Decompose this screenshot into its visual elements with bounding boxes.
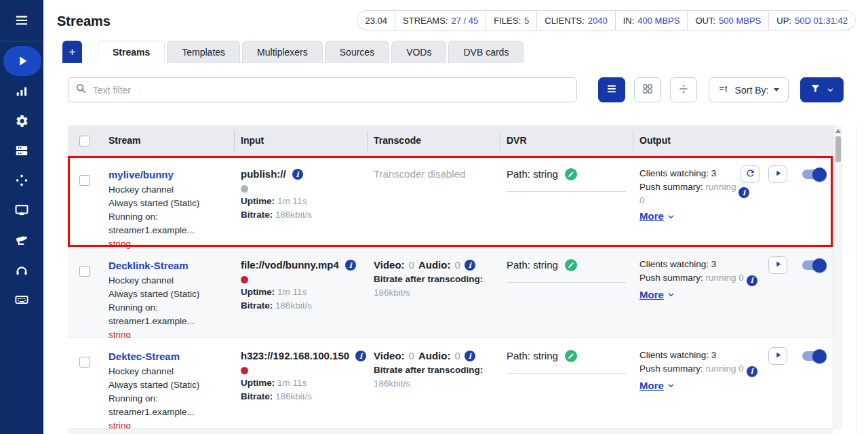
keyboard-icon [14, 292, 29, 307]
page-title: Streams [57, 14, 111, 29]
tab-dvb-cards[interactable]: DVB cards [448, 41, 524, 63]
tab-sources[interactable]: Sources [325, 41, 389, 63]
table-header: Stream Input Transcode DVR Output [68, 125, 833, 156]
more-link[interactable]: More [639, 209, 675, 224]
info-icon[interactable] [355, 351, 366, 361]
transcode-cell: Video:0Audio:0 Bitrate after transcoding… [367, 338, 500, 433]
uptime-label: Uptime: [241, 196, 275, 206]
grid-view-button[interactable] [634, 77, 661, 102]
search-input[interactable] [93, 85, 570, 96]
video-label: Video: [374, 349, 405, 363]
uptime-value: 1m 11s [277, 196, 307, 206]
sidebar-item-camera[interactable] [0, 225, 43, 255]
dvr-edit-icon[interactable] [565, 350, 577, 362]
sidebar-item-streams[interactable] [3, 46, 41, 76]
transcode-bitrate-label: Bitrate after transcoding: [374, 365, 483, 375]
video-value: 0 [409, 349, 414, 363]
info-icon[interactable] [747, 366, 757, 377]
more-link[interactable]: More [639, 378, 675, 393]
stream-row-mylive-bunny: mylive/bunny Hockey channel Always start… [68, 156, 833, 247]
bitrate-label: Bitrate: [241, 300, 273, 311]
headphones-icon [14, 262, 29, 277]
column-header-transcode: Transcode [367, 125, 500, 156]
stream-running-on: Running on: streamer1.example... [108, 210, 227, 237]
tabs-bar: + Streams Templates Multiplexers Sources… [43, 41, 868, 63]
select-all-checkbox[interactable] [79, 136, 90, 146]
transcode-cell: Transcoder disabled [367, 156, 500, 251]
sidebar-item-servers[interactable] [0, 136, 43, 165]
dvr-edit-icon[interactable] [565, 259, 577, 271]
dvr-edit-icon[interactable] [565, 168, 577, 180]
filter-button[interactable] [800, 77, 844, 102]
app-window: Streams 23.04 STREAMS:27 / 45 FILES:5 CL… [0, 0, 868, 434]
output-cell: Clients watching: 3 Push summary: runnin… [633, 247, 833, 342]
info-icon[interactable] [345, 260, 356, 271]
stat-uptime: UP:50D 01:31:42 [769, 16, 855, 26]
menu-icon[interactable] [0, 8, 43, 33]
tab-vods[interactable]: VODs [391, 41, 446, 63]
play-stream-button[interactable] [768, 165, 787, 183]
more-link[interactable]: More [639, 288, 675, 302]
list-view-button[interactable] [598, 77, 625, 102]
output-cell: Clients watching: 3 Push summary: runnin… [633, 338, 833, 433]
server-stats-bar: 23.04 STREAMS:27 / 45 FILES:5 CLIENTS:20… [357, 10, 856, 31]
stream-enabled-toggle[interactable] [802, 170, 825, 179]
info-icon[interactable] [292, 169, 303, 180]
stream-name-link[interactable]: Dektec-Stream [108, 349, 227, 365]
sidebar-item-screens[interactable] [0, 195, 43, 225]
push-summary-value: running [706, 182, 736, 192]
output-cell: Clients watching: 3 Push summary: runnin… [633, 156, 833, 251]
table-scrollbar[interactable] [833, 125, 842, 429]
row-checkbox[interactable] [79, 266, 90, 277]
tab-templates[interactable]: Templates [167, 41, 240, 63]
play-icon [774, 260, 783, 271]
table-body: mylive/bunny Hockey channel Always start… [68, 156, 833, 429]
stream-enabled-toggle[interactable] [802, 351, 825, 361]
push-summary-value: running 0 [706, 363, 744, 374]
sort-caret-icon [774, 88, 779, 92]
info-icon[interactable] [747, 275, 757, 286]
stream-enabled-toggle[interactable] [802, 260, 825, 270]
column-header-dvr: DVR [500, 125, 633, 156]
input-cell: file://vod/bunny.mp4 Uptime: 1m 11s Bitr… [234, 247, 367, 342]
collapse-rows-button[interactable] [670, 77, 697, 102]
sidebar-item-settings[interactable] [0, 106, 43, 136]
scroll-up-arrow-icon[interactable] [835, 129, 841, 133]
sidebar [0, 0, 43, 434]
collapse-icon [677, 83, 690, 98]
sidebar-item-statistics[interactable] [0, 76, 43, 106]
push-summary-count: 0 [639, 194, 782, 208]
bar-chart-icon [14, 83, 29, 98]
stream-name-link[interactable]: Decklink-Stream [108, 258, 227, 274]
info-icon[interactable] [465, 260, 475, 271]
stream-cell: mylive/bunny Hockey channel Always start… [102, 156, 234, 251]
input-status-dot [241, 185, 248, 193]
text-filter-field [68, 77, 577, 102]
add-stream-button[interactable]: + [62, 41, 82, 63]
more-chevron-icon [667, 291, 675, 298]
tab-multiplexers[interactable]: Multiplexers [242, 41, 323, 63]
row-checkbox[interactable] [79, 175, 90, 186]
row-checkbox[interactable] [79, 357, 90, 368]
push-summary-value: running 0 [706, 273, 744, 283]
stat-clients: CLIENTS:2040 [537, 16, 614, 26]
stream-name-link[interactable]: mylive/bunny [108, 167, 227, 183]
bitrate-value: 186kbit/s [275, 210, 312, 220]
stream-running-on: Running on: streamer1.example... [108, 392, 227, 419]
sidebar-item-support[interactable] [0, 255, 43, 285]
push-summary-label: Push summary: [639, 182, 703, 192]
sidebar-item-cluster[interactable] [0, 165, 43, 195]
scrollbar-thumb[interactable] [835, 136, 841, 162]
play-stream-button[interactable] [768, 347, 787, 365]
tab-streams[interactable]: Streams [98, 41, 165, 63]
filter-chevron-icon [827, 84, 834, 96]
stream-description: Hockey channel [108, 365, 227, 378]
server-rack-icon [14, 143, 29, 158]
sort-by-button[interactable]: Sort By: [709, 77, 789, 102]
sidebar-item-console[interactable] [0, 285, 43, 315]
push-summary-label: Push summary: [639, 363, 703, 374]
info-icon[interactable] [738, 187, 749, 198]
info-icon[interactable] [465, 351, 475, 361]
play-stream-button[interactable] [768, 256, 787, 274]
restart-stream-button[interactable] [741, 165, 760, 183]
